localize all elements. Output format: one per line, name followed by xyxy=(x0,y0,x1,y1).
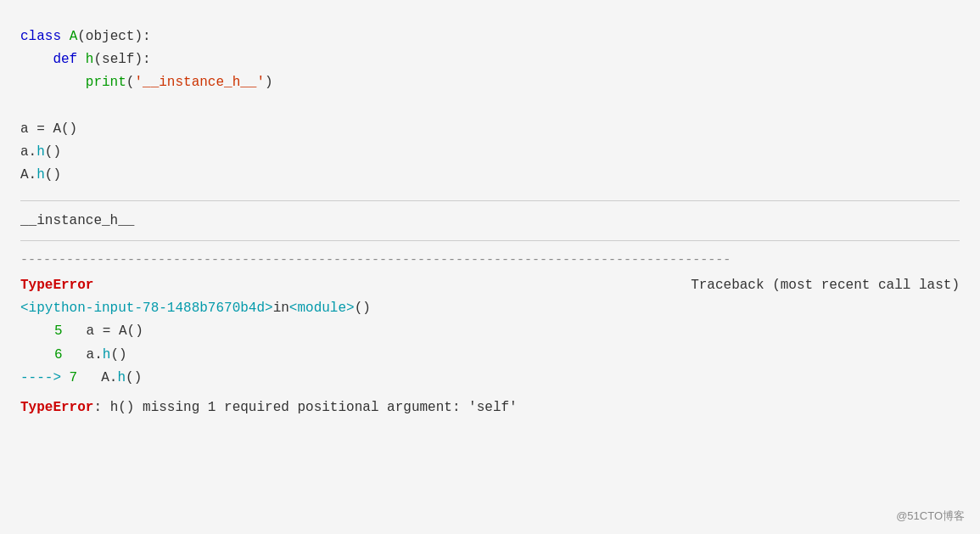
error-location-call: () xyxy=(355,297,371,320)
output-section: __instance_h__ xyxy=(20,201,960,240)
code-text xyxy=(77,48,86,71)
error-colon: : h() missing 1 required positional argu… xyxy=(93,400,468,415)
keyword-def: def xyxy=(53,48,77,71)
builtin-print: print xyxy=(86,71,126,94)
code-line-5: a = A() xyxy=(20,118,960,141)
line-num-5: 5 xyxy=(54,320,78,343)
snippet-line-6: 6 a.h() xyxy=(54,344,960,367)
code-indent xyxy=(20,71,86,94)
error-type-label: TypeError xyxy=(20,274,93,297)
error-location-file: <ipython-input-78-1488b7670b4d> xyxy=(20,297,273,320)
snippet-line-5: 5 a = A() xyxy=(54,320,960,343)
keyword-class: class xyxy=(20,25,61,48)
method-call: h xyxy=(36,141,45,164)
output-text: __instance_h__ xyxy=(20,210,960,233)
code-text: (self): xyxy=(93,48,150,71)
snippet-code-7b: () xyxy=(126,367,142,390)
code-text: (object): xyxy=(77,25,150,48)
arrow-line: ----> 7 A.h() xyxy=(20,367,960,390)
code-text: ) xyxy=(265,71,273,94)
watermark: @51CTO博客 xyxy=(896,509,965,524)
error-message-line: TypeError: h() missing 1 required positi… xyxy=(20,396,960,419)
error-section: ----------------------------------------… xyxy=(20,241,960,427)
code-text xyxy=(61,25,70,48)
method-name: h xyxy=(86,48,94,71)
line-num-7: 7 xyxy=(70,367,93,390)
code-line-7: A.h() xyxy=(20,164,960,187)
error-location-in: in xyxy=(273,297,289,320)
traceback-text: Traceback (most recent call last) xyxy=(691,274,960,297)
snippet-code-6b: () xyxy=(110,344,126,367)
error-location-line: <ipython-input-78-1488b7670b4d> in <modu… xyxy=(20,297,960,320)
code-text: a = A() xyxy=(20,118,77,141)
snippet-code-6: a. xyxy=(78,344,103,367)
code-line-2: def h(self): xyxy=(20,48,960,71)
line-num-6: 6 xyxy=(54,344,78,367)
code-text: () xyxy=(45,164,61,187)
code-indent xyxy=(20,48,53,71)
code-text: () xyxy=(45,141,61,164)
code-line-3: print('__instance_h__') xyxy=(20,71,960,94)
error-type-msg-label: TypeError xyxy=(20,400,93,415)
class-name: A xyxy=(70,25,78,48)
code-text: A. xyxy=(20,164,36,187)
code-text: a. xyxy=(20,141,36,164)
error-location-module: <module> xyxy=(289,297,355,320)
string-literal: '__instance_h__' xyxy=(134,71,265,94)
code-line-6: a.h() xyxy=(20,141,960,164)
arrow-indicator: ----> xyxy=(20,367,70,390)
code-line-1: class A(object): xyxy=(20,25,960,48)
error-header-line: TypeError Traceback (most recent call la… xyxy=(20,274,960,297)
snippet-code-7: A. xyxy=(93,367,118,390)
error-self-arg: 'self' xyxy=(468,400,518,415)
snippet-method-h: h xyxy=(103,344,111,367)
method-call-2: h xyxy=(36,164,45,187)
code-text: ( xyxy=(126,71,135,94)
code-snippet: 5 a = A() 6 a.h() xyxy=(20,320,960,366)
snippet-method-h2: h xyxy=(117,367,126,390)
snippet-code-5: a = A() xyxy=(78,320,143,343)
code-line-blank xyxy=(20,95,960,118)
code-section: class A(object): def h(self): print('__i… xyxy=(20,17,960,201)
error-divider: ----------------------------------------… xyxy=(20,250,960,272)
